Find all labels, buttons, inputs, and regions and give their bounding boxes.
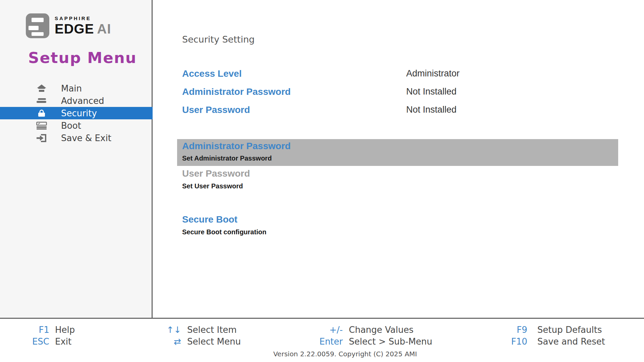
sidebar-menu: Main Advanced Security [0, 82, 153, 144]
hint-select-submenu: Select > Sub-Menu [349, 337, 432, 347]
lock-icon [35, 109, 48, 117]
hint-group-select: ↑↓ Select Item ⇄ Select Menu [161, 324, 241, 347]
option-help-text: Secure Boot configuration [182, 228, 266, 236]
key-f1: F1 [19, 325, 49, 335]
hint-save-and-reset: Save and Reset [537, 337, 605, 347]
brand-edge-word: EDGE [55, 21, 94, 36]
sidebar: SAPPHIRE EDGEAI Setup Menu Main [0, 0, 153, 319]
sidebar-item-save-exit[interactable]: Save & Exit [0, 132, 153, 144]
hint-change-values: Change Values [349, 325, 432, 335]
key-esc: ESC [19, 337, 49, 347]
hint-select-menu: Select Menu [187, 337, 241, 347]
option-title: Administrator Password [182, 141, 291, 152]
brand-ai-text: AI [97, 21, 111, 36]
option-user-password[interactable]: User Password Set User Password [177, 168, 618, 195]
sidebar-item-label: Main [61, 83, 82, 94]
hint-group-values: +/- Change Values Enter Select > Sub-Men… [295, 324, 432, 347]
sapphire-logo-icon [26, 13, 49, 38]
hint-setup-defaults: Setup Defaults [537, 325, 605, 335]
version-text: Version 2.22.0059. Copyright (C) 2025 AM… [273, 350, 417, 358]
brand-sapphire-text: SAPPHIRE [55, 15, 111, 21]
advanced-icon [35, 98, 48, 104]
option-secure-boot[interactable]: Secure Boot Secure Boot configuration [177, 214, 618, 241]
sidebar-item-security[interactable]: Security [0, 107, 153, 119]
setup-menu-title: Setup Menu [28, 49, 137, 67]
home-icon [35, 84, 48, 92]
hint-exit: Exit [55, 337, 75, 347]
page-title: Security Setting [182, 34, 255, 45]
option-help-text: Set User Password [182, 182, 243, 190]
info-row-access-level: Access Level Administrator [154, 68, 644, 78]
option-title: User Password [182, 168, 250, 179]
admin-password-label: Administrator Password [182, 86, 291, 97]
sidebar-item-label: Save & Exit [61, 133, 111, 143]
user-password-value: Not Installed [406, 105, 457, 115]
sidebar-item-main[interactable]: Main [0, 82, 153, 95]
bios-setup-screen: SAPPHIRE EDGEAI Setup Menu Main [0, 0, 644, 362]
access-level-label: Access Level [182, 68, 241, 79]
admin-password-value: Not Installed [406, 86, 457, 97]
info-row-admin-password-status: Administrator Password Not Installed [154, 86, 644, 97]
brand-edge-text: EDGEAI [55, 22, 111, 36]
access-level-value: Administrator [406, 68, 460, 79]
brand-text: SAPPHIRE EDGEAI [55, 13, 111, 36]
info-row-user-password-status: User Password Not Installed [154, 105, 644, 115]
key-plus-minus: +/- [295, 325, 343, 335]
up-down-arrows-icon: ↑↓ [161, 325, 181, 335]
sidebar-item-boot[interactable]: Boot [0, 119, 153, 132]
hint-group-defaults-save: F9 Setup Defaults F10 Save and Reset [483, 324, 605, 347]
sidebar-item-label: Boot [61, 121, 81, 131]
brand-logo: SAPPHIRE EDGEAI [26, 13, 111, 38]
save-exit-icon [35, 134, 48, 142]
hint-help: Help [55, 325, 75, 335]
sidebar-item-label: Advanced [61, 96, 104, 106]
footer-divider [0, 318, 644, 319]
boot-icon [35, 122, 48, 130]
swap-arrows-icon: ⇄ [161, 337, 181, 347]
option-help-text: Set Administrator Password [182, 155, 272, 162]
sidebar-item-advanced[interactable]: Advanced [0, 95, 153, 107]
user-password-label: User Password [182, 105, 250, 115]
option-title: Secure Boot [182, 214, 237, 225]
key-enter: Enter [295, 337, 343, 347]
key-f10: F10 [483, 337, 527, 347]
sidebar-item-label: Security [61, 108, 97, 118]
security-settings-panel: Security Setting Access Level Administra… [154, 0, 644, 319]
key-f9: F9 [483, 325, 527, 335]
hint-group-help-exit: F1 Help ESC Exit [19, 324, 75, 347]
hint-select-item: Select Item [187, 325, 241, 335]
option-administrator-password[interactable]: Administrator Password Set Administrator… [177, 139, 618, 166]
